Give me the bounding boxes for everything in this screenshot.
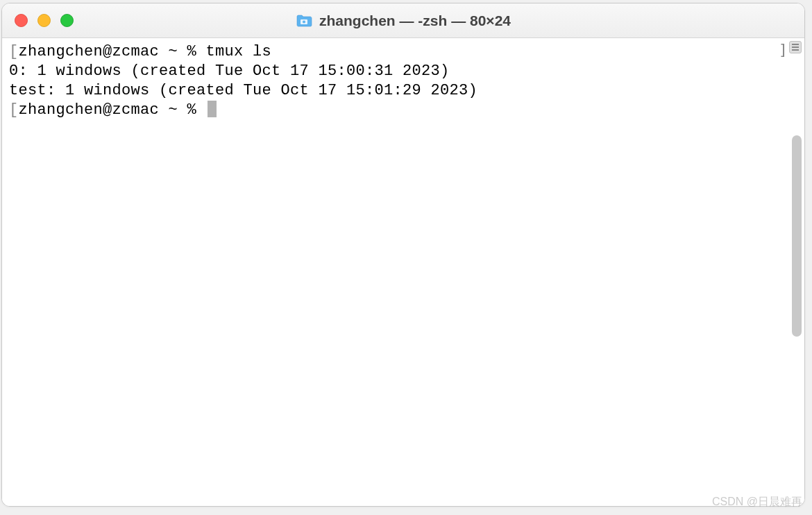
svg-point-1 <box>303 20 305 23</box>
bracket-open: [ <box>9 101 19 119</box>
window-title: zhangchen — -zsh — 80×24 <box>319 12 511 29</box>
terminal-window: zhangchen — -zsh — 80×24 [zhangchen@zcma… <box>1 3 805 507</box>
output-text: test: 1 windows (created Tue Oct 17 15:0… <box>9 82 477 99</box>
minimize-button[interactable] <box>37 14 51 27</box>
close-button[interactable] <box>15 14 28 27</box>
scrollbar-thumb[interactable] <box>792 135 802 337</box>
titlebar[interactable]: zhangchen — -zsh — 80×24 <box>2 3 804 38</box>
bracket-open: [ <box>9 43 19 60</box>
terminal-line: test: 1 windows (created Tue Oct 17 15:0… <box>9 81 797 101</box>
terminal-line: [zhangchen@zcmac ~ % tmux ls <box>9 42 797 62</box>
output-text: 0: 1 windows (created Tue Oct 17 15:00:3… <box>9 62 450 80</box>
prompt: zhangchen@zcmac ~ % <box>19 101 206 119</box>
title-container: zhangchen — -zsh — 80×24 <box>296 12 511 29</box>
terminal-line: [zhangchen@zcmac ~ % <box>9 101 797 120</box>
cursor <box>208 101 217 117</box>
maximize-button[interactable] <box>60 14 74 27</box>
bracket-close: ] <box>779 41 788 58</box>
scrollbar-track[interactable] <box>789 38 804 506</box>
command-text: tmux ls <box>206 43 272 60</box>
terminal-body[interactable]: [zhangchen@zcmac ~ % tmux ls0: 1 windows… <box>2 38 804 506</box>
prompt: zhangchen@zcmac ~ % <box>19 43 206 60</box>
traffic-lights <box>2 14 74 27</box>
folder-icon <box>296 14 312 28</box>
terminal-line: 0: 1 windows (created Tue Oct 17 15:00:3… <box>9 62 797 81</box>
watermark: CSDN @日晨难再 <box>712 495 802 509</box>
terminal-content[interactable]: [zhangchen@zcmac ~ % tmux ls0: 1 windows… <box>2 38 804 124</box>
